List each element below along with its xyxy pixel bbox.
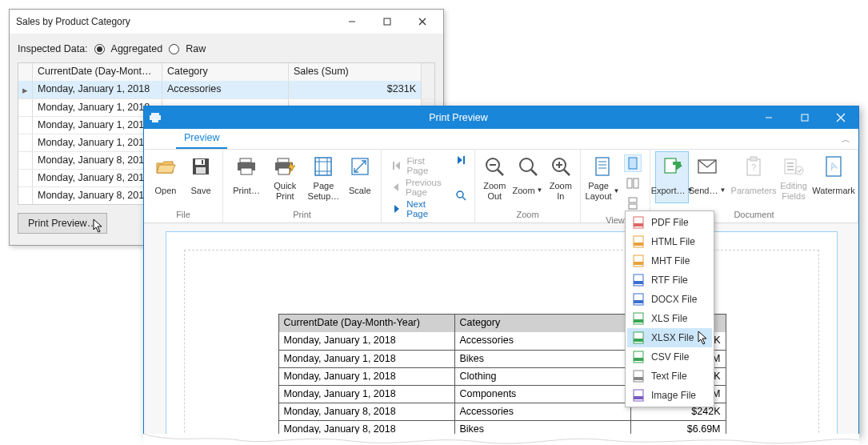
export-menu-item[interactable]: DOCX File (627, 290, 712, 309)
print-preview-button[interactable]: Print Preview… (18, 213, 107, 234)
col-sales[interactable]: Sales (Sum) (289, 63, 422, 81)
preview-minimize-button[interactable] (750, 106, 786, 129)
first-page-icon (391, 160, 402, 171)
next-page-icon (391, 203, 402, 214)
grid-header: CurrentDate (Day-Month… Category Sales (… (18, 63, 434, 81)
chevron-down-icon: ▼ (719, 186, 726, 194)
save-button[interactable]: Save (184, 151, 218, 203)
facing-pages-button[interactable] (624, 174, 642, 192)
radio-raw[interactable] (169, 44, 179, 54)
open-button[interactable]: Open (149, 151, 182, 203)
maximize-button[interactable] (370, 10, 405, 33)
prev-page-icon (391, 182, 401, 193)
group-print-label: Print (223, 210, 381, 222)
zoom-button[interactable]: Zoom▼ (511, 151, 545, 203)
preview-titlebar: Print Preview (144, 106, 858, 129)
watermark-icon: A (824, 154, 843, 178)
export-menu-item[interactable]: CSV File (627, 347, 712, 367)
col-date[interactable]: CurrentDate (Day-Month… (33, 63, 162, 81)
close-button[interactable] (405, 10, 440, 33)
file-icon (632, 370, 645, 383)
export-menu-item[interactable]: Text File (627, 367, 712, 386)
svg-rect-56 (787, 166, 794, 167)
watermark-button[interactable]: A Watermark (814, 151, 853, 203)
svg-rect-76 (634, 358, 643, 361)
inspected-data-row: Inspected Data: Aggregated Raw (18, 43, 435, 54)
scale-button[interactable]: Scale (344, 151, 376, 203)
single-page-view-button[interactable] (624, 154, 642, 172)
export-menu-label: PDF File (651, 217, 689, 228)
file-icon (632, 255, 645, 267)
print-button[interactable]: Print… (228, 151, 265, 203)
file-icon (632, 389, 645, 402)
svg-rect-18 (278, 158, 289, 162)
col-category[interactable]: Category (162, 63, 289, 81)
file-icon (632, 235, 645, 248)
export-menu-item[interactable]: XLSX File (627, 328, 712, 347)
export-menu-label: MHT File (651, 255, 690, 267)
export-menu-label: XLS File (651, 313, 687, 324)
find-icon[interactable] (455, 190, 466, 201)
export-icon (662, 154, 682, 178)
export-menu-item[interactable]: RTF File (627, 271, 712, 290)
quick-print-button[interactable]: Quick Print (266, 151, 303, 204)
zoom-in-button[interactable]: Zoom In (546, 151, 576, 204)
export-menu-item[interactable]: XLS File (627, 309, 712, 328)
page-layout-button[interactable]: Page Layout▼ (586, 151, 619, 204)
svg-rect-72 (634, 319, 643, 323)
first-page-button: First Page (391, 156, 447, 175)
svg-rect-70 (634, 300, 643, 303)
preview-maximize-button[interactable] (786, 106, 822, 129)
preview-close-button[interactable] (822, 106, 858, 129)
radio-raw-label: Raw (186, 43, 206, 54)
svg-rect-66 (634, 262, 643, 265)
export-menu-item[interactable]: MHT File (627, 251, 712, 271)
minimize-button[interactable] (334, 10, 370, 33)
continuous-view-button[interactable] (624, 194, 642, 212)
svg-rect-15 (240, 158, 251, 162)
printer-icon (144, 112, 166, 123)
radio-aggregated[interactable] (94, 44, 105, 54)
preview-canvas[interactable]: CurrentDate (Day-Month-Year) Category Sa… (144, 223, 858, 435)
tab-preview[interactable]: Preview (176, 129, 227, 149)
torn-edge (143, 434, 859, 445)
file-icon (632, 351, 645, 363)
ribbon-collapse-icon[interactable]: ︿ (842, 134, 850, 146)
svg-rect-47 (629, 198, 637, 202)
svg-point-29 (457, 191, 463, 198)
cell-category: Accessories (162, 81, 289, 98)
export-button[interactable]: Export…▼ (655, 151, 689, 203)
table-row[interactable]: ▸Monday, January 1, 2018Accessories$231K (18, 81, 434, 98)
printer-lightning-icon (274, 154, 296, 178)
export-menu-item[interactable]: HTML File (627, 232, 712, 251)
export-menu-item[interactable]: PDF File (627, 213, 712, 232)
zoom-icon (518, 154, 538, 178)
export-menu-label: XLSX File (651, 332, 694, 343)
page-setup-button[interactable]: Page Setup… (305, 151, 342, 204)
previous-page-button: Previous Page (391, 178, 447, 197)
svg-rect-4 (151, 113, 159, 115)
file-icon (632, 293, 645, 306)
svg-rect-64 (634, 243, 643, 246)
export-menu-item[interactable]: Image File (627, 386, 712, 405)
print-preview-window: Print Preview Preview ︿ Open Save File (143, 106, 859, 436)
file-icon (632, 331, 645, 344)
zoom-out-button[interactable]: Zoom Out (480, 151, 510, 204)
export-menu-label: CSV File (651, 351, 689, 363)
svg-rect-46 (634, 178, 638, 188)
chevron-down-icon: ▼ (614, 187, 620, 194)
floppy-icon (191, 154, 210, 178)
next-page-button[interactable]: Next Page (391, 199, 447, 218)
svg-rect-62 (634, 223, 643, 227)
send-button[interactable]: Send…▼ (690, 151, 724, 203)
file-icon (632, 312, 645, 325)
svg-text:?: ? (751, 162, 756, 172)
editing-fields-icon (783, 154, 804, 178)
svg-rect-57 (787, 169, 794, 170)
last-page-icon[interactable] (455, 154, 466, 166)
printer-icon (236, 154, 257, 178)
export-menu-label: Text File (651, 371, 687, 382)
svg-line-32 (498, 170, 503, 175)
svg-rect-17 (241, 168, 252, 174)
svg-rect-6 (152, 119, 158, 122)
